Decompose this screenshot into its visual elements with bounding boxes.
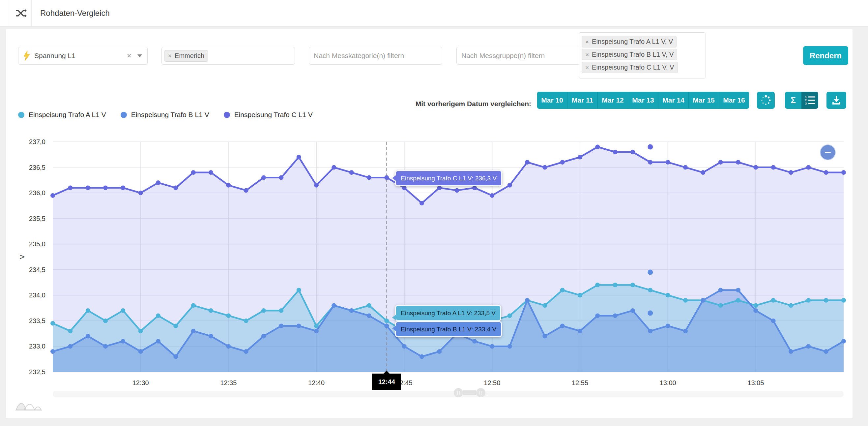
svg-text:235,5: 235,5 [29,215,45,222]
cursor-arrow [383,371,390,373]
range-selector-bar[interactable] [463,390,476,395]
svg-text:235,0: 235,0 [29,240,45,248]
cursor-time-tooltip: 12:44 [372,373,401,390]
tooltip-arrow [392,314,396,321]
shuffle-button[interactable] [10,0,32,26]
svg-text:234,5: 234,5 [29,266,45,273]
chart-canvas[interactable]: 237,0236,5236,0235,5235,0234,5234,0233,5… [6,29,852,418]
tooltip-series-a: Einspeisung Trafo A L1 V: 233,5 V [395,305,501,321]
page: { "header": { "title": "Rohdaten-Verglei… [0,0,868,426]
zoom-out-button[interactable] [820,145,836,160]
content-card: Spannung L1 × × Emmerich ×Einspeisung Tr… [6,29,852,418]
range-selector-track[interactable] [53,391,844,397]
svg-text:12:40: 12:40 [308,379,324,387]
svg-text:233,0: 233,0 [29,342,45,350]
range-preview-icon[interactable] [15,394,43,414]
svg-text:12:50: 12:50 [484,379,500,387]
shuffle-icon [15,8,27,19]
svg-text:236,0: 236,0 [29,189,45,196]
svg-text:237,0: 237,0 [29,138,45,145]
svg-text:13:00: 13:00 [660,379,676,387]
tooltip-arrow [392,175,396,181]
svg-text:12:35: 12:35 [220,379,237,387]
svg-text:236,5: 236,5 [29,164,45,171]
page-title: Rohdaten-Vergleich [40,0,110,26]
svg-text:12:55: 12:55 [572,379,588,387]
tooltip-series-b: Einspeisung Trafo B L1 V: 233,4 V [395,321,502,337]
tooltip-arrow [392,326,396,331]
tooltip-series-c: Einspeisung Trafo C L1 V: 236,3 V [395,170,502,186]
svg-text:234,0: 234,0 [29,292,45,299]
range-handle-left[interactable] [454,388,463,397]
range-handle-right[interactable] [476,388,486,397]
app-header: Rohdaten-Vergleich [0,0,868,27]
svg-text:232,5: 232,5 [29,368,45,375]
svg-text:V: V [19,254,26,259]
svg-text:233,5: 233,5 [29,317,45,325]
svg-text:13:05: 13:05 [747,379,764,387]
svg-text:12:30: 12:30 [132,379,149,387]
minus-icon [825,152,831,153]
